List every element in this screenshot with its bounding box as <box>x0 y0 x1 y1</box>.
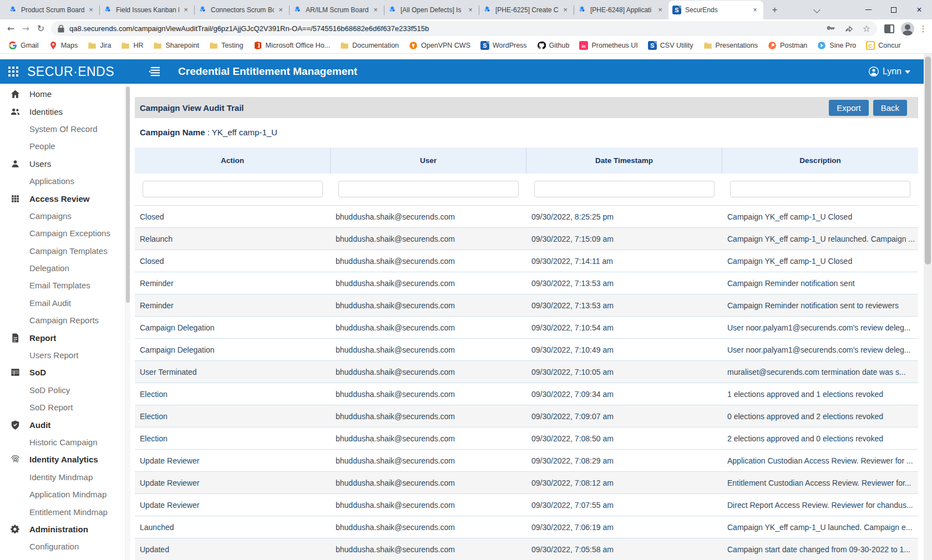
bookmark-item[interactable]: Presentations <box>700 39 762 52</box>
sidebar-item[interactable]: People <box>0 138 125 155</box>
bookmark-item[interactable]: in Prometheus UI <box>575 39 641 52</box>
sidebar-item[interactable]: Administration <box>0 521 125 538</box>
sidebar-item[interactable]: Campaign Exceptions <box>0 225 125 242</box>
bookmark-item[interactable]: Microsoft Office Ho... <box>250 39 334 52</box>
sidebar-item[interactable]: Email Audit <box>0 294 125 312</box>
browser-tab[interactable]: Field Issues Kanban B <box>99 1 194 19</box>
browser-tab[interactable]: S SecurEnds <box>668 1 763 19</box>
browser-tab[interactable]: [PHE-6248] Applicati <box>574 1 668 19</box>
sidebar-item[interactable]: Identity Analytics <box>0 451 125 468</box>
sidebar-item[interactable]: Campaign Templates <box>0 242 125 259</box>
sidebar-item[interactable]: Application Mindmap <box>0 486 125 503</box>
export-button[interactable]: Export <box>829 100 868 116</box>
sidebar-item[interactable]: Users Report <box>0 347 125 364</box>
sidebar-item[interactable]: SoD Report <box>0 399 125 416</box>
column-filter-input[interactable] <box>534 181 715 197</box>
column-header[interactable]: Description <box>722 147 918 174</box>
sidebar-item[interactable]: Users <box>0 155 125 172</box>
minimize-button[interactable] <box>855 0 881 19</box>
bookmark-item[interactable]: C Concur <box>862 39 904 52</box>
sinepro-icon <box>817 41 826 50</box>
bookmark-item[interactable]: Testing <box>205 39 247 52</box>
sidebar-item[interactable]: Configuration <box>0 538 125 555</box>
browser-tab[interactable]: [PHE-6225] Create Ca <box>479 1 574 19</box>
forward-icon[interactable]: → <box>18 21 33 36</box>
bookmark-item[interactable]: Sharepoint <box>149 39 202 52</box>
page-scrollbar-thumb[interactable] <box>925 57 931 264</box>
bookmark-item[interactable]: Jira <box>84 39 115 52</box>
password-key-icon[interactable] <box>826 24 835 33</box>
campaign-name-separator: : <box>205 128 212 137</box>
sidebar-item[interactable]: Access Review <box>0 190 125 207</box>
tab-close-icon[interactable] <box>466 6 475 14</box>
sidebar-item[interactable]: Campaigns <box>0 207 125 225</box>
sidebar-item[interactable]: Home <box>0 85 125 103</box>
sidebar-item[interactable]: Report <box>0 329 125 346</box>
column-header[interactable]: Date Timestamp <box>526 147 722 174</box>
bookmark-item[interactable]: Github <box>533 39 574 52</box>
sidebar-scrollbar[interactable] <box>125 84 130 560</box>
new-tab-button[interactable] <box>767 2 782 17</box>
page-scrollbar[interactable] <box>924 54 932 560</box>
bookmark-item[interactable]: OpenVPN CWS <box>405 39 474 52</box>
column-header[interactable]: Action <box>135 147 331 174</box>
sidebar-item[interactable]: Entitlement Mindmap <box>0 503 125 520</box>
user-cell: bhuddusha.shaik@securends.com <box>331 538 526 560</box>
sidebar-item[interactable]: Applications <box>0 172 125 190</box>
sidebar-item[interactable]: Historic Campaign <box>0 434 125 451</box>
bookmark-item[interactable]: HR <box>117 39 147 52</box>
fingerprint-icon <box>10 454 21 465</box>
sidebar-scrollbar-thumb[interactable] <box>126 86 130 303</box>
column-filter-input[interactable] <box>338 181 519 197</box>
menu-dots-icon[interactable] <box>918 24 929 34</box>
tab-close-icon[interactable] <box>276 6 285 14</box>
address-bar[interactable]: qa8.securends.com/campaignViewAuditTrail… <box>51 21 877 36</box>
sidebar-item[interactable]: Audit <box>0 416 125 433</box>
user-menu[interactable]: Lynn <box>868 66 910 77</box>
column-filter-input[interactable] <box>730 181 910 197</box>
reload-icon[interactable]: ↻ <box>33 21 48 36</box>
tab-close-icon[interactable] <box>181 6 190 14</box>
back-icon[interactable]: ← <box>3 21 18 36</box>
browser-tab[interactable]: AR/ILM Scrum Board <box>289 1 384 19</box>
caret-down-icon <box>905 70 910 74</box>
sidebar-item[interactable]: SoD <box>0 364 125 381</box>
sidebar-item[interactable]: Campaign Reports <box>0 312 125 329</box>
sidebar-item[interactable]: Delegation <box>0 259 125 277</box>
sidebar-item[interactable]: SoD Policy <box>0 381 125 399</box>
tab-close-icon[interactable] <box>656 6 665 14</box>
close-button[interactable] <box>906 0 932 19</box>
bookmark-item[interactable]: Sine Pro <box>813 39 860 52</box>
sidebar-item[interactable]: Identities <box>0 103 125 120</box>
bookmark-item[interactable]: S WordPress <box>477 39 531 52</box>
bookmark-item[interactable]: Documentation <box>336 39 403 52</box>
maximize-button[interactable] <box>881 0 906 19</box>
app-launcher-icon[interactable] <box>8 67 19 77</box>
app-title: Credential Entitlement Management <box>178 65 357 78</box>
bookmark-item[interactable]: Postman <box>764 39 811 52</box>
bookmark-star-icon[interactable] <box>863 24 870 33</box>
share-icon[interactable] <box>844 24 854 33</box>
tab-close-icon[interactable] <box>561 6 570 14</box>
sidebar-item[interactable]: Identity Mindmap <box>0 469 125 486</box>
profile-avatar[interactable] <box>901 22 914 35</box>
bookmark-item[interactable]: Maps <box>45 39 82 52</box>
table-row: Reminder bhuddusha.shaik@securends.com 0… <box>135 272 918 294</box>
sidebar-item[interactable]: System Of Record <box>0 120 125 138</box>
bookmark-item[interactable]: Gmail <box>4 39 43 52</box>
column-header[interactable]: User <box>331 147 526 174</box>
sidebar-item[interactable]: Email Templates <box>0 277 125 294</box>
column-filter-input[interactable] <box>143 181 323 197</box>
browser-tab[interactable]: Product Scrum Board <box>4 1 99 19</box>
side-panel-icon[interactable] <box>884 24 894 33</box>
back-button[interactable]: Back <box>873 100 907 116</box>
tab-search-chevron-icon[interactable] <box>809 2 825 18</box>
bookmark-item[interactable]: S CSV Utility <box>644 39 697 52</box>
description-cell: Campaign Reminder notification sent <box>722 272 918 294</box>
menu-fold-icon[interactable] <box>149 67 160 77</box>
tab-close-icon[interactable] <box>751 6 759 14</box>
browser-tab[interactable]: [All Open Defects] Is <box>384 1 479 19</box>
tab-close-icon[interactable] <box>371 6 380 14</box>
browser-tab[interactable]: Connectors Scrum Bo <box>194 1 289 19</box>
tab-close-icon[interactable] <box>87 6 95 14</box>
